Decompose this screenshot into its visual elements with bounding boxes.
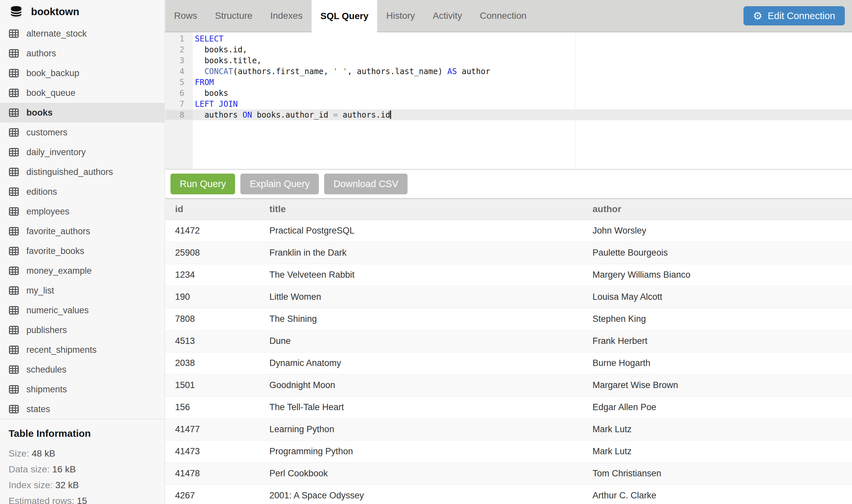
info-value: 32 kB	[55, 480, 79, 490]
sidebar-item-favorite_books[interactable]: favorite_books	[0, 241, 164, 261]
table-icon	[8, 206, 19, 217]
table-icon	[8, 226, 19, 236]
sidebar-item-distinguished_authors[interactable]: distinguished_authors	[0, 162, 164, 182]
database-header: booktown	[0, 0, 164, 24]
sidebar-item-label: authors	[27, 49, 56, 59]
sidebar-item-states[interactable]: states	[0, 399, 164, 419]
tab-activity[interactable]: Activity	[424, 0, 471, 32]
run-query-button[interactable]: Run Query	[171, 174, 235, 194]
code-token: LEFT JOIN	[195, 100, 238, 109]
table-icon	[8, 325, 19, 335]
table-row[interactable]: 25908Franklin in the DarkPaulette Bourge…	[165, 242, 852, 264]
sidebar-item-book_queue[interactable]: book_queue	[0, 83, 164, 103]
cell-author: Paulette Bourgeois	[584, 242, 852, 264]
cell-id: 41477	[165, 418, 261, 440]
line-number: 7	[165, 100, 193, 109]
sidebar-item-numeric_values[interactable]: numeric_values	[0, 301, 164, 320]
code-token: FROM	[195, 78, 214, 87]
table-icon	[8, 127, 19, 138]
sidebar-item-label: money_example	[27, 266, 92, 276]
table-icon	[8, 186, 19, 197]
code-text: books	[193, 89, 228, 98]
code-text: SELECT	[193, 34, 224, 43]
cell-title: Franklin in the Dark	[261, 242, 584, 264]
table-row[interactable]: 7808The ShiningStephen King	[165, 308, 852, 330]
cell-author: Stephen King	[584, 308, 852, 330]
table-row[interactable]: 42672001: A Space OdysseyArthur C. Clark…	[165, 485, 852, 503]
tab-indexes[interactable]: Indexes	[261, 0, 312, 32]
sidebar-item-recent_shipments[interactable]: recent_shipments	[0, 340, 164, 360]
tab-history[interactable]: History	[377, 0, 424, 32]
sidebar-item-employees[interactable]: employees	[0, 202, 164, 221]
sidebar-item-money_example[interactable]: money_example	[0, 261, 164, 281]
table-row[interactable]: 41473Programming PythonMark Lutz	[165, 440, 852, 463]
edit-connection-button[interactable]: ⚙ Edit Connection	[744, 6, 845, 25]
sidebar-item-label: books	[27, 108, 53, 118]
tab-rows[interactable]: Rows	[165, 0, 206, 32]
table-row[interactable]: 41478Perl CookbookTom Christiansen	[165, 463, 852, 485]
sidebar-item-label: favorite_books	[27, 246, 84, 256]
download-csv-button[interactable]: Download CSV	[324, 174, 407, 194]
sidebar-item-favorite_authors[interactable]: favorite_authors	[0, 221, 164, 241]
info-label: Data size:	[8, 464, 52, 474]
code-line-6: 6 books	[165, 88, 852, 98]
table-row[interactable]: 156The Tell-Tale HeartEdgar Allen Poe	[165, 396, 852, 418]
table-row[interactable]: 1501Goodnight MoonMargaret Wise Brown	[165, 374, 852, 396]
sidebar-item-customers[interactable]: customers	[0, 123, 164, 142]
code-token: author	[457, 67, 490, 76]
table-row[interactable]: 4513DuneFrank Herbert	[165, 330, 852, 352]
sidebar-item-label: numeric_values	[27, 305, 89, 316]
cell-title: 2001: A Space Odyssey	[261, 485, 584, 503]
column-header-author: author	[584, 199, 852, 220]
line-number: 1	[165, 34, 193, 43]
sql-editor[interactable]: 1SELECT2 books.id,3 books.title,4 CONCAT…	[165, 32, 852, 170]
sidebar-item-label: book_queue	[27, 88, 75, 98]
table-row[interactable]: 1234The Velveteen RabbitMargery Williams…	[165, 264, 852, 286]
code-token: SELECT	[195, 34, 224, 43]
code-token: (authors.first_name,	[233, 67, 333, 76]
code-lines: 1SELECT2 books.id,3 books.title,4 CONCAT…	[165, 32, 852, 120]
sidebar-item-book_backup[interactable]: book_backup	[0, 63, 164, 83]
tab-sql-query[interactable]: SQL Query	[312, 0, 378, 32]
cell-id: 156	[165, 396, 261, 418]
sidebar-item-authors[interactable]: authors	[0, 43, 164, 63]
column-header-title: title	[261, 199, 584, 220]
cell-title: Perl Cookbook	[261, 463, 584, 485]
table-row[interactable]: 190Little WomenLouisa May Alcott	[165, 286, 852, 308]
table-information-title: Table Information	[8, 428, 164, 439]
sidebar-item-publishers[interactable]: publishers	[0, 320, 164, 340]
info-row: Index size: 32 kB	[8, 477, 164, 493]
sidebar-item-my_list[interactable]: my_list	[0, 281, 164, 301]
print-margin-ruler	[575, 32, 575, 169]
text-cursor	[390, 110, 391, 119]
info-label: Size:	[8, 448, 32, 458]
code-line-8: 8 authors ON books.author_id = authors.i…	[165, 109, 852, 120]
code-token: , authors.last_name)	[347, 67, 447, 76]
sidebar-item-label: distinguished_authors	[27, 167, 113, 177]
code-text: books.id,	[193, 45, 247, 54]
column-header-id: id	[165, 199, 261, 220]
cell-id: 1234	[165, 264, 261, 286]
query-actions: Run Query Explain Query Download CSV	[165, 170, 852, 198]
code-text: CONCAT(authors.first_name, ' ', authors.…	[193, 67, 490, 76]
cell-author: Margery Williams Bianco	[584, 264, 852, 286]
tab-connection[interactable]: Connection	[471, 0, 536, 32]
sidebar-item-editions[interactable]: editions	[0, 182, 164, 202]
sidebar-item-schedules[interactable]: schedules	[0, 360, 164, 379]
table-icon	[8, 285, 19, 296]
table-row[interactable]: 2038Dynamic AnatomyBurne Hogarth	[165, 352, 852, 374]
table-row[interactable]: 41477Learning PythonMark Lutz	[165, 418, 852, 440]
table-icon	[8, 364, 19, 375]
table-list: alternate_stockauthorsbook_backupbook_qu…	[0, 24, 164, 419]
sidebar-item-shipments[interactable]: shipments	[0, 379, 164, 399]
sidebar-item-alternate_stock[interactable]: alternate_stock	[0, 24, 164, 43]
sidebar-item-books[interactable]: books	[0, 103, 164, 123]
sidebar-item-label: book_backup	[27, 68, 80, 78]
table-row[interactable]: 41472Practical PostgreSQLJohn Worsley	[165, 220, 852, 242]
explain-query-button[interactable]: Explain Query	[240, 174, 319, 194]
sidebar-item-label: alternate_stock	[27, 29, 87, 39]
tab-structure[interactable]: Structure	[206, 0, 261, 32]
code-line-1: 1SELECT	[165, 33, 852, 44]
info-row: Estimated rows: 15	[8, 493, 164, 504]
sidebar-item-daily_inventory[interactable]: daily_inventory	[0, 142, 164, 162]
